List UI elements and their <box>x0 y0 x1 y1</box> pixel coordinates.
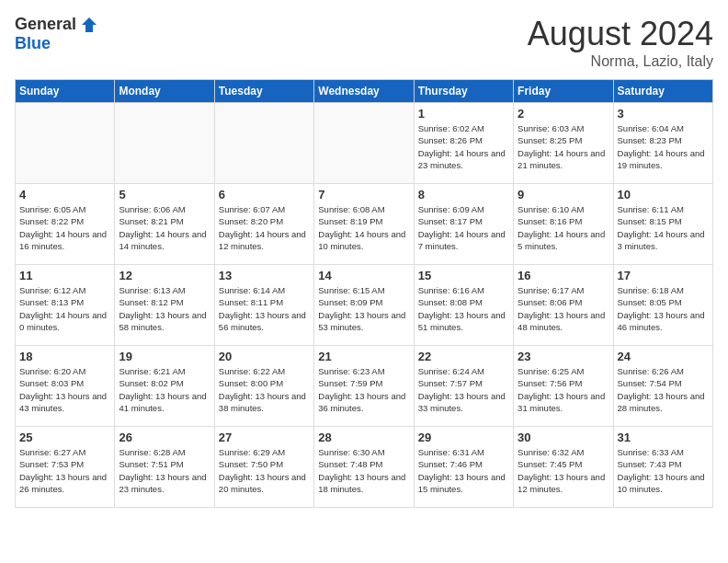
day-info: Sunrise: 6:03 AM Sunset: 8:25 PM Dayligh… <box>518 122 609 171</box>
logo: General Blue <box>15 15 98 53</box>
day-number: 17 <box>618 269 709 282</box>
day-number: 23 <box>518 350 609 363</box>
day-info: Sunrise: 6:09 AM Sunset: 8:17 PM Dayligh… <box>418 203 509 252</box>
day-number: 2 <box>518 107 609 121</box>
day-info: Sunrise: 6:32 AM Sunset: 7:45 PM Dayligh… <box>518 446 609 495</box>
day-info: Sunrise: 6:29 AM Sunset: 7:50 PM Dayligh… <box>219 446 310 495</box>
calendar-cell: 29Sunrise: 6:31 AM Sunset: 7:46 PM Dayli… <box>414 427 513 508</box>
day-number: 5 <box>119 188 210 201</box>
calendar-cell: 8Sunrise: 6:09 AM Sunset: 8:17 PM Daylig… <box>414 184 513 265</box>
calendar-cell: 25Sunrise: 6:27 AM Sunset: 7:53 PM Dayli… <box>16 427 115 508</box>
calendar-week-5: 25Sunrise: 6:27 AM Sunset: 7:53 PM Dayli… <box>16 427 713 508</box>
day-number: 4 <box>19 188 110 201</box>
day-info: Sunrise: 6:25 AM Sunset: 7:56 PM Dayligh… <box>518 365 609 414</box>
calendar-cell: 23Sunrise: 6:25 AM Sunset: 7:56 PM Dayli… <box>514 346 613 427</box>
calendar-cell: 26Sunrise: 6:28 AM Sunset: 7:51 PM Dayli… <box>115 427 214 508</box>
day-info: Sunrise: 6:27 AM Sunset: 7:53 PM Dayligh… <box>19 446 110 495</box>
calendar-cell: 21Sunrise: 6:23 AM Sunset: 7:59 PM Dayli… <box>314 346 414 427</box>
calendar-title: August 2024 <box>528 15 713 53</box>
calendar-cell: 5Sunrise: 6:06 AM Sunset: 8:21 PM Daylig… <box>115 184 214 265</box>
calendar-cell: 6Sunrise: 6:07 AM Sunset: 8:20 PM Daylig… <box>214 184 313 265</box>
calendar-cell: 15Sunrise: 6:16 AM Sunset: 8:08 PM Dayli… <box>414 265 513 346</box>
day-number: 24 <box>618 350 709 363</box>
day-info: Sunrise: 6:23 AM Sunset: 7:59 PM Dayligh… <box>318 365 409 414</box>
weekday-thursday: Thursday <box>414 80 513 103</box>
day-info: Sunrise: 6:26 AM Sunset: 7:54 PM Dayligh… <box>618 365 709 414</box>
day-info: Sunrise: 6:05 AM Sunset: 8:22 PM Dayligh… <box>19 203 110 252</box>
day-number: 7 <box>318 188 409 201</box>
day-number: 25 <box>19 431 110 444</box>
day-number: 8 <box>418 188 509 201</box>
day-info: Sunrise: 6:07 AM Sunset: 8:20 PM Dayligh… <box>219 203 310 252</box>
calendar-cell: 17Sunrise: 6:18 AM Sunset: 8:05 PM Dayli… <box>613 265 712 346</box>
day-number: 16 <box>518 269 609 282</box>
logo-general-text: General <box>15 15 76 34</box>
calendar-cell: 10Sunrise: 6:11 AM Sunset: 8:15 PM Dayli… <box>613 184 712 265</box>
day-number: 20 <box>219 350 310 363</box>
calendar-cell: 1Sunrise: 6:02 AM Sunset: 8:26 PM Daylig… <box>414 103 513 184</box>
calendar-cell: 9Sunrise: 6:10 AM Sunset: 8:16 PM Daylig… <box>514 184 613 265</box>
calendar-cell <box>314 103 414 184</box>
weekday-header-row: SundayMondayTuesdayWednesdayThursdayFrid… <box>16 80 713 103</box>
calendar-week-1: 1Sunrise: 6:02 AM Sunset: 8:26 PM Daylig… <box>16 103 713 184</box>
calendar-week-3: 11Sunrise: 6:12 AM Sunset: 8:13 PM Dayli… <box>16 265 713 346</box>
calendar-cell: 27Sunrise: 6:29 AM Sunset: 7:50 PM Dayli… <box>214 427 313 508</box>
calendar-table: SundayMondayTuesdayWednesdayThursdayFrid… <box>15 79 713 508</box>
calendar-cell: 24Sunrise: 6:26 AM Sunset: 7:54 PM Dayli… <box>613 346 712 427</box>
day-number: 22 <box>418 350 509 363</box>
logo-blue-text: Blue <box>15 34 51 53</box>
calendar-subtitle: Norma, Lazio, Italy <box>528 53 713 70</box>
calendar-week-2: 4Sunrise: 6:05 AM Sunset: 8:22 PM Daylig… <box>16 184 713 265</box>
calendar-cell: 2Sunrise: 6:03 AM Sunset: 8:25 PM Daylig… <box>514 103 613 184</box>
day-info: Sunrise: 6:13 AM Sunset: 8:12 PM Dayligh… <box>119 284 210 333</box>
calendar-cell: 14Sunrise: 6:15 AM Sunset: 8:09 PM Dayli… <box>314 265 414 346</box>
calendar-cell: 22Sunrise: 6:24 AM Sunset: 7:57 PM Dayli… <box>414 346 513 427</box>
day-info: Sunrise: 6:11 AM Sunset: 8:15 PM Dayligh… <box>618 203 709 252</box>
calendar-cell: 3Sunrise: 6:04 AM Sunset: 8:23 PM Daylig… <box>613 103 712 184</box>
day-number: 9 <box>518 188 609 201</box>
day-number: 13 <box>219 269 310 282</box>
svg-marker-0 <box>82 17 97 32</box>
day-number: 10 <box>618 188 709 201</box>
day-info: Sunrise: 6:21 AM Sunset: 8:02 PM Dayligh… <box>119 365 210 414</box>
day-number: 21 <box>318 350 409 363</box>
day-number: 6 <box>219 188 310 201</box>
day-number: 14 <box>318 269 409 282</box>
day-info: Sunrise: 6:16 AM Sunset: 8:08 PM Dayligh… <box>418 284 509 333</box>
weekday-tuesday: Tuesday <box>214 80 313 103</box>
day-info: Sunrise: 6:04 AM Sunset: 8:23 PM Dayligh… <box>618 122 709 171</box>
day-info: Sunrise: 6:02 AM Sunset: 8:26 PM Dayligh… <box>418 122 509 171</box>
weekday-monday: Monday <box>115 80 214 103</box>
calendar-cell <box>115 103 214 184</box>
day-number: 18 <box>19 350 110 363</box>
day-number: 28 <box>318 431 409 444</box>
day-number: 3 <box>618 107 709 121</box>
day-info: Sunrise: 6:24 AM Sunset: 7:57 PM Dayligh… <box>418 365 509 414</box>
day-number: 19 <box>119 350 210 363</box>
day-number: 15 <box>418 269 509 282</box>
calendar-cell: 4Sunrise: 6:05 AM Sunset: 8:22 PM Daylig… <box>16 184 115 265</box>
weekday-wednesday: Wednesday <box>314 80 414 103</box>
calendar-week-4: 18Sunrise: 6:20 AM Sunset: 8:03 PM Dayli… <box>16 346 713 427</box>
day-info: Sunrise: 6:10 AM Sunset: 8:16 PM Dayligh… <box>518 203 609 252</box>
weekday-sunday: Sunday <box>16 80 115 103</box>
calendar-cell: 28Sunrise: 6:30 AM Sunset: 7:48 PM Dayli… <box>314 427 414 508</box>
title-block: August 2024 Norma, Lazio, Italy <box>528 15 713 70</box>
calendar-cell <box>214 103 313 184</box>
day-info: Sunrise: 6:14 AM Sunset: 8:11 PM Dayligh… <box>219 284 310 333</box>
day-number: 31 <box>618 431 709 444</box>
day-number: 29 <box>418 431 509 444</box>
logo-icon <box>80 16 98 34</box>
day-info: Sunrise: 6:08 AM Sunset: 8:19 PM Dayligh… <box>318 203 409 252</box>
day-info: Sunrise: 6:15 AM Sunset: 8:09 PM Dayligh… <box>318 284 409 333</box>
day-info: Sunrise: 6:30 AM Sunset: 7:48 PM Dayligh… <box>318 446 409 495</box>
calendar-cell: 19Sunrise: 6:21 AM Sunset: 8:02 PM Dayli… <box>115 346 214 427</box>
day-number: 1 <box>418 107 509 121</box>
day-info: Sunrise: 6:33 AM Sunset: 7:43 PM Dayligh… <box>618 446 709 495</box>
day-info: Sunrise: 6:20 AM Sunset: 8:03 PM Dayligh… <box>19 365 110 414</box>
calendar-cell: 18Sunrise: 6:20 AM Sunset: 8:03 PM Dayli… <box>16 346 115 427</box>
calendar-cell: 13Sunrise: 6:14 AM Sunset: 8:11 PM Dayli… <box>214 265 313 346</box>
day-info: Sunrise: 6:28 AM Sunset: 7:51 PM Dayligh… <box>119 446 210 495</box>
weekday-saturday: Saturday <box>613 80 712 103</box>
calendar-cell: 12Sunrise: 6:13 AM Sunset: 8:12 PM Dayli… <box>115 265 214 346</box>
